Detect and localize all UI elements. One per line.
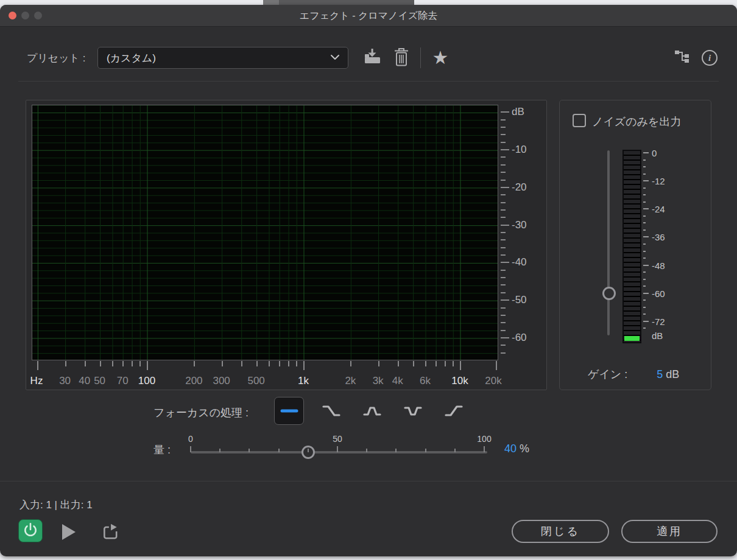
amount-scale-label: 0 — [188, 434, 193, 444]
io-status-text: 入力: 1 | 出力: 1 — [19, 498, 93, 512]
meter-minor-tick — [643, 299, 646, 301]
amount-label: 量 : — [153, 443, 171, 457]
freq-minor-tick — [100, 361, 101, 366]
db-axis-label: -50 — [512, 294, 527, 306]
freq-unit-label: Hz — [30, 375, 43, 387]
peak-icon — [362, 404, 382, 418]
gain-slider-handle[interactable] — [602, 287, 616, 300]
freq-axis-label: 500 — [247, 375, 264, 387]
db-minor-tick — [501, 156, 506, 158]
trash-icon — [393, 47, 410, 70]
focus-mode-lower-frequencies[interactable] — [316, 397, 346, 425]
window-title: エフェクト - クロマノイズ除去 — [0, 5, 737, 27]
spectrum-plot — [32, 105, 498, 360]
meter-unit-label: dB — [652, 331, 663, 341]
amount-major-tick — [190, 446, 191, 452]
meter-scale-label: -60 — [652, 288, 665, 298]
meter-scale-label: -36 — [652, 232, 665, 242]
delete-preset-button[interactable] — [392, 47, 411, 69]
channel-map-button[interactable] — [672, 49, 691, 66]
meter-major-tick — [643, 208, 649, 209]
freq-minor-tick — [256, 361, 258, 366]
preset-label: プリセット : — [27, 51, 85, 65]
noise-only-checkbox[interactable] — [573, 114, 586, 127]
freq-minor-tick — [269, 361, 270, 366]
meter-minor-tick — [643, 229, 646, 231]
preset-dropdown[interactable]: (カスタム) — [97, 47, 348, 69]
freq-minor-tick — [139, 361, 141, 366]
titlebar: エフェクト - クロマノイズ除去 — [0, 5, 737, 27]
preset-dropdown-value: (カスタム) — [107, 51, 156, 65]
gain-value[interactable]: 5 — [657, 368, 663, 380]
meter-scale-label: -48 — [652, 260, 665, 270]
focus-mode-mid-frequencies[interactable] — [357, 397, 387, 425]
focus-mode-notch-frequencies[interactable] — [398, 397, 428, 425]
meter-minor-tick — [643, 222, 646, 223]
freq-axis-label: 200 — [185, 375, 202, 387]
meter-major-tick — [643, 152, 649, 153]
freq-major-tick — [460, 361, 461, 370]
db-axis-label: -10 — [512, 144, 527, 156]
meter-minor-tick — [643, 307, 646, 308]
high-shelf-down-icon — [322, 404, 341, 418]
amount-slider-handle[interactable] — [302, 446, 315, 459]
valley-icon — [403, 404, 423, 418]
freq-axis-label: 6k — [420, 375, 431, 387]
amount-scale-label: 50 — [333, 434, 342, 444]
db-axis-label: -40 — [512, 256, 527, 268]
db-major-tick — [501, 225, 509, 226]
section-separator-top — [18, 81, 719, 82]
meter-minor-tick — [643, 285, 646, 287]
power-icon — [23, 522, 38, 540]
gain-slider-track[interactable] — [607, 150, 610, 335]
meter-major-tick — [643, 265, 649, 266]
db-minor-tick — [501, 307, 506, 309]
freq-minor-tick — [279, 361, 280, 366]
db-axis-label: -20 — [512, 181, 527, 194]
apply-button[interactable]: 適用 — [621, 520, 718, 543]
close-button[interactable]: 閉じる — [512, 520, 609, 543]
amount-value-unit: % — [520, 443, 529, 455]
save-preset-icon — [362, 47, 382, 68]
freq-axis-label: 1k — [298, 375, 309, 387]
freq-major-tick — [147, 361, 148, 370]
db-minor-tick — [501, 194, 506, 195]
amount-minor-tick — [308, 449, 309, 452]
db-minor-tick — [501, 127, 506, 128]
freq-axis-label: 20k — [485, 375, 501, 387]
db-minor-tick — [501, 202, 506, 203]
channel-map-icon — [674, 49, 690, 67]
amount-minor-tick — [395, 449, 397, 452]
freq-axis-label: 100 — [138, 375, 155, 387]
db-minor-tick — [501, 172, 506, 173]
effect-power-button[interactable] — [18, 519, 43, 542]
freq-minor-tick — [296, 361, 297, 366]
gain-unit: dB — [666, 368, 679, 380]
db-minor-tick — [501, 180, 506, 181]
low-shelf-up-icon — [444, 404, 464, 418]
loop-playback-button[interactable] — [101, 523, 119, 542]
meter-major-tick — [643, 321, 649, 322]
favorite-preset-button[interactable]: ★ — [430, 48, 451, 68]
toolbar-separator — [420, 47, 421, 68]
amount-slider-track[interactable] — [191, 451, 487, 453]
focus-mode-higher-frequencies[interactable] — [439, 397, 468, 425]
focus-mode-all-frequencies[interactable] — [274, 397, 304, 425]
meter-minor-tick — [643, 243, 646, 245]
level-meter — [622, 150, 641, 343]
meter-scale-label: -24 — [652, 204, 665, 214]
meter-minor-tick — [643, 201, 646, 203]
meter-scale-label: -12 — [652, 176, 665, 186]
freq-major-tick — [303, 361, 305, 370]
info-button[interactable]: i — [702, 50, 718, 66]
play-button[interactable] — [62, 524, 76, 540]
amount-value-number[interactable]: 40 — [504, 443, 517, 455]
freq-axis-label: 40 — [79, 375, 90, 387]
db-minor-tick — [501, 322, 506, 323]
noise-only-label: ノイズのみを出力 — [592, 114, 682, 129]
amount-major-tick — [484, 446, 485, 452]
freq-axis-label: 2k — [345, 375, 356, 387]
freq-minor-tick — [241, 361, 242, 366]
freq-minor-tick — [65, 361, 66, 366]
save-preset-button[interactable] — [362, 48, 383, 68]
